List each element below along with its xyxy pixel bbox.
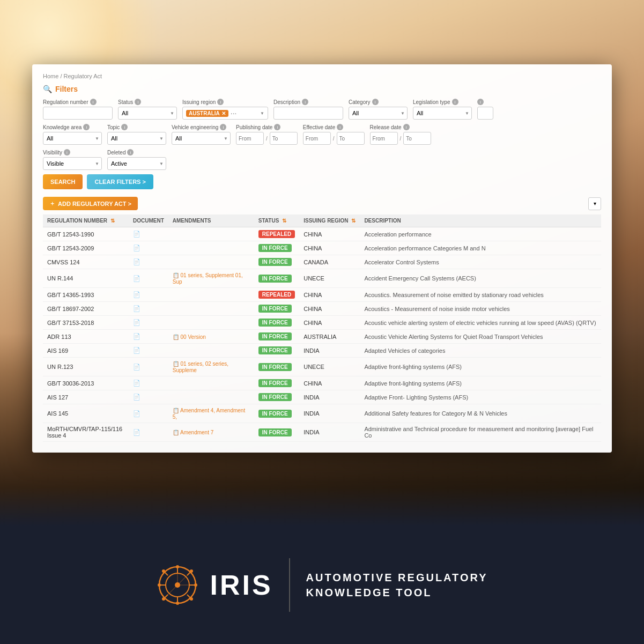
status-select[interactable]: All	[118, 107, 177, 120]
publishing-to-input[interactable]	[270, 132, 298, 145]
col-header-region[interactable]: ISSUING REGION ⇅	[299, 214, 360, 227]
cell-description: Adaptive front-lighting systems (AFS)	[360, 376, 601, 390]
status-badge: IN FORCE	[258, 346, 292, 354]
topic-select[interactable]: All	[107, 132, 166, 145]
pdf-icon[interactable]: 📄	[133, 333, 140, 339]
filter-description: Description i	[273, 99, 343, 120]
pdf-icon[interactable]: 📄	[133, 258, 140, 265]
col-header-reg-number[interactable]: REGULATION NUMBER ⇅	[43, 214, 129, 227]
amendment-link[interactable]: 📋 01 series, 02 series, Suppleme	[173, 361, 228, 373]
pdf-icon[interactable]: 📄	[133, 291, 140, 298]
info-icon-desc: i	[302, 99, 308, 105]
filter-row-3: Visibility i Visible Deleted i Active	[43, 149, 601, 170]
info-icon-reg: i	[90, 99, 97, 105]
vehicle-engineering-select[interactable]: All	[172, 132, 231, 145]
filter-legislation-type: Legislation type i All	[413, 99, 472, 120]
table-row: CMVSS 124 📄 IN FORCE CANADA Accelerator …	[43, 255, 601, 269]
breadcrumb-home[interactable]: Home	[43, 73, 58, 79]
pdf-icon[interactable]: 📄	[133, 380, 140, 386]
pdf-icon[interactable]: 📄	[133, 394, 140, 400]
pdf-icon[interactable]: 📄	[133, 231, 140, 237]
info-icon-ve: i	[220, 124, 226, 130]
amendment-link[interactable]: 📋 Amendment 7	[173, 430, 213, 435]
filter-regulation-number: Regulation number i	[43, 99, 113, 120]
effective-to-input[interactable]	[337, 132, 365, 145]
col-header-status[interactable]: STATUS ⇅	[254, 214, 299, 227]
cell-document: 📄	[129, 288, 168, 302]
brand-divider	[289, 558, 290, 612]
legislation-select[interactable]: All	[413, 107, 472, 120]
status-badge: IN FORCE	[258, 258, 292, 266]
filter-issuing-region: Issuing region i AUSTRALIA ✕ ··· ▼	[182, 99, 268, 120]
cell-reg-number: GB/T 18697-2002	[43, 302, 129, 316]
legislation-select-wrapper: All	[413, 107, 472, 120]
category-select-wrapper: All	[349, 107, 408, 120]
issuing-region-filter[interactable]: AUSTRALIA ✕ ··· ▼	[182, 107, 268, 120]
visibility-select[interactable]: Visible	[43, 157, 102, 170]
release-from-input[interactable]	[370, 132, 398, 145]
cell-reg-number: GB/T 30036-2013	[43, 376, 129, 390]
release-to-input[interactable]	[403, 132, 431, 145]
add-regulatory-act-button[interactable]: ＋ ADD REGULATORY ACT >	[43, 197, 138, 210]
info-icon-leg: i	[452, 99, 458, 105]
cell-status: IN FORCE	[254, 302, 299, 316]
pdf-icon[interactable]: 📄	[133, 319, 140, 325]
table-collapse-button[interactable]: ▾	[588, 197, 601, 210]
cell-reg-number: AIS 145	[43, 404, 129, 423]
cell-description: Adaptive Front- Lighting Systems (AFS)	[360, 390, 601, 404]
cell-reg-number: AIS 169	[43, 344, 129, 358]
category-select[interactable]: All	[349, 107, 408, 120]
pdf-icon[interactable]: 📄	[133, 347, 140, 353]
pdf-icon[interactable]: 📄	[133, 245, 140, 251]
pdf-icon[interactable]: 📄	[133, 429, 140, 435]
cell-description: Acceleration performance	[360, 227, 601, 241]
status-badge: REPEALED	[258, 230, 295, 238]
regulation-number-input[interactable]	[43, 107, 113, 120]
cell-status: IN FORCE	[254, 269, 299, 288]
publishing-from-input[interactable]	[236, 132, 264, 145]
australia-tag-close[interactable]: ✕	[221, 110, 226, 116]
filter-topic: Topic i All	[107, 124, 166, 145]
extra-input[interactable]	[477, 107, 493, 120]
table-row: GB/T 14365-1993 📄 REPEALED CHINA Acousti…	[43, 288, 601, 302]
cell-status: IN FORCE	[254, 390, 299, 404]
cell-status: IN FORCE	[254, 404, 299, 423]
pdf-icon[interactable]: 📄	[133, 275, 140, 282]
table-row: AIS 145 📄 📋 Amendment 4, Amendment 5, IN…	[43, 404, 601, 423]
amendment-link[interactable]: 📋 Amendment 4, Amendment 5,	[173, 408, 245, 420]
filter-extra: i	[477, 99, 493, 120]
search-button[interactable]: SEARCH	[43, 174, 83, 189]
cell-document: 📄	[129, 390, 168, 404]
knowledge-area-select[interactable]: All	[43, 132, 102, 145]
info-icon-topic: i	[121, 124, 128, 130]
deleted-select[interactable]: Active	[107, 157, 166, 170]
amendment-link[interactable]: 📋 00 Version	[173, 334, 206, 340]
amendment-link[interactable]: 📋 01 series, Supplement 01, Sup	[173, 272, 243, 285]
table-row: UN R.144 📄 📋 01 series, Supplement 01, S…	[43, 269, 601, 288]
breadcrumb: Home / Regulatory Act	[43, 73, 601, 79]
svg-point-11	[176, 602, 179, 605]
visibility-wrapper: Visible	[43, 157, 102, 170]
pdf-icon[interactable]: 📄	[133, 305, 140, 312]
effective-from-input[interactable]	[303, 132, 331, 145]
cell-description: Acoustic Vehicle Alerting Systems for Qu…	[360, 330, 601, 344]
cell-document: 📄	[129, 316, 168, 330]
cell-status: REPEALED	[254, 288, 299, 302]
cell-document: 📄	[129, 227, 168, 241]
cell-description: Adapted Vehicles of categories	[360, 344, 601, 358]
cell-description: Accident Emergency Call Systems (AECS)	[360, 269, 601, 288]
pdf-icon[interactable]: 📄	[133, 364, 140, 370]
description-input[interactable]	[273, 107, 343, 120]
cell-region: CHINA	[299, 241, 360, 255]
cell-reg-number: AIS 127	[43, 390, 129, 404]
cell-region: CANADA	[299, 255, 360, 269]
filter-deleted: Deleted i Active	[107, 149, 166, 170]
pdf-icon[interactable]: 📄	[133, 410, 140, 417]
clear-filters-button[interactable]: CLEAR FILTERS >	[87, 174, 153, 189]
filter-release-date: Release date i /	[370, 124, 432, 145]
table-row: AIS 169 📄 IN FORCE INDIA Adapted Vehicle…	[43, 344, 601, 358]
cell-status: IN FORCE	[254, 241, 299, 255]
info-icon-status: i	[135, 99, 141, 105]
status-badge: REPEALED	[258, 291, 295, 299]
cell-status: IN FORCE	[254, 376, 299, 390]
